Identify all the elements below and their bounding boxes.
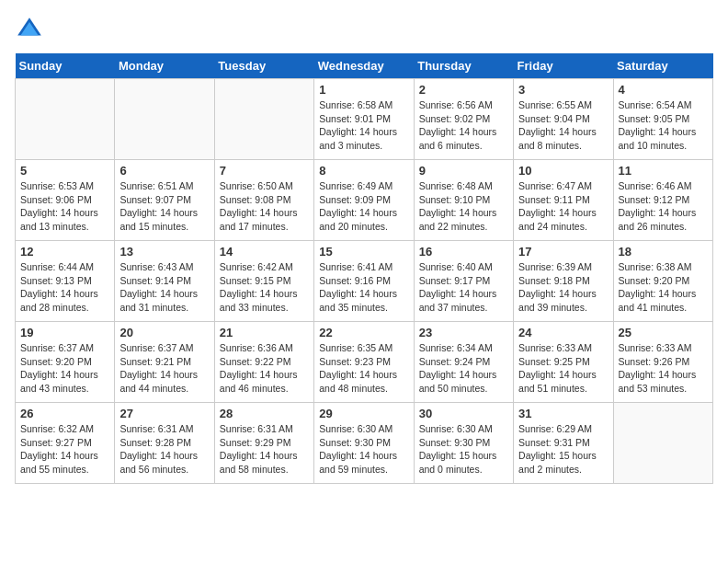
calendar-cell: 21Sunrise: 6:36 AM Sunset: 9:22 PM Dayli…	[214, 322, 313, 403]
day-header-tuesday: Tuesday	[214, 53, 313, 79]
day-number: 8	[319, 164, 408, 178]
day-number: 21	[220, 326, 309, 339]
day-info: Sunrise: 6:50 AM Sunset: 9:08 PM Dayligh…	[220, 179, 309, 234]
calendar-cell: 3Sunrise: 6:55 AM Sunset: 9:04 PM Daylig…	[514, 79, 613, 160]
day-info: Sunrise: 6:40 AM Sunset: 9:17 PM Dayligh…	[419, 260, 508, 315]
day-header-wednesday: Wednesday	[314, 53, 414, 79]
calendar-cell: 28Sunrise: 6:31 AM Sunset: 9:29 PM Dayli…	[214, 403, 313, 484]
day-info: Sunrise: 6:38 AM Sunset: 9:20 PM Dayligh…	[619, 260, 708, 315]
day-info: Sunrise: 6:37 AM Sunset: 9:20 PM Dayligh…	[20, 341, 109, 396]
calendar-cell: 18Sunrise: 6:38 AM Sunset: 9:20 PM Dayli…	[613, 241, 712, 322]
calendar-table: SundayMondayTuesdayWednesdayThursdayFrid…	[15, 53, 713, 484]
day-info: Sunrise: 6:51 AM Sunset: 9:07 PM Dayligh…	[119, 179, 209, 234]
day-number: 22	[319, 326, 408, 339]
day-info: Sunrise: 6:35 AM Sunset: 9:23 PM Dayligh…	[319, 341, 408, 396]
calendar-cell	[16, 79, 115, 160]
day-number: 31	[518, 407, 608, 420]
day-info: Sunrise: 6:58 AM Sunset: 9:01 PM Dayligh…	[319, 98, 408, 153]
calendar-cell: 2Sunrise: 6:56 AM Sunset: 9:02 PM Daylig…	[414, 79, 513, 160]
day-info: Sunrise: 6:29 AM Sunset: 9:31 PM Dayligh…	[518, 422, 608, 477]
calendar-cell: 14Sunrise: 6:42 AM Sunset: 9:15 PM Dayli…	[214, 241, 313, 322]
day-number: 12	[20, 245, 109, 259]
calendar-cell: 26Sunrise: 6:32 AM Sunset: 9:27 PM Dayli…	[16, 403, 115, 484]
day-number: 16	[419, 245, 508, 259]
calendar-cell	[613, 403, 712, 484]
week-row-5: 26Sunrise: 6:32 AM Sunset: 9:27 PM Dayli…	[16, 403, 713, 484]
day-info: Sunrise: 6:43 AM Sunset: 9:14 PM Dayligh…	[119, 260, 209, 315]
day-number: 17	[518, 245, 608, 259]
calendar-cell: 15Sunrise: 6:41 AM Sunset: 9:16 PM Dayli…	[314, 241, 414, 322]
day-number: 3	[518, 83, 608, 97]
day-number: 15	[319, 245, 408, 259]
week-row-3: 12Sunrise: 6:44 AM Sunset: 9:13 PM Dayli…	[16, 241, 713, 322]
day-info: Sunrise: 6:56 AM Sunset: 9:02 PM Dayligh…	[419, 98, 508, 153]
day-info: Sunrise: 6:54 AM Sunset: 9:05 PM Dayligh…	[619, 98, 708, 153]
day-info: Sunrise: 6:33 AM Sunset: 9:25 PM Dayligh…	[518, 341, 608, 396]
day-info: Sunrise: 6:42 AM Sunset: 9:15 PM Dayligh…	[220, 260, 309, 315]
day-number: 14	[220, 245, 309, 259]
day-number: 4	[619, 83, 708, 97]
day-info: Sunrise: 6:48 AM Sunset: 9:10 PM Dayligh…	[419, 179, 508, 234]
day-info: Sunrise: 6:53 AM Sunset: 9:06 PM Dayligh…	[20, 179, 109, 234]
day-header-saturday: Saturday	[613, 53, 712, 79]
calendar-cell: 17Sunrise: 6:39 AM Sunset: 9:18 PM Dayli…	[514, 241, 613, 322]
day-number: 9	[419, 164, 508, 178]
day-header-sunday: Sunday	[16, 53, 115, 79]
day-number: 5	[20, 164, 109, 178]
day-number: 2	[419, 83, 508, 97]
calendar-cell: 29Sunrise: 6:30 AM Sunset: 9:30 PM Dayli…	[314, 403, 414, 484]
week-row-4: 19Sunrise: 6:37 AM Sunset: 9:20 PM Dayli…	[16, 322, 713, 403]
day-number: 11	[619, 164, 708, 178]
day-number: 1	[319, 83, 408, 97]
day-info: Sunrise: 6:39 AM Sunset: 9:18 PM Dayligh…	[518, 260, 608, 315]
day-info: Sunrise: 6:31 AM Sunset: 9:28 PM Dayligh…	[119, 422, 209, 477]
calendar-cell: 31Sunrise: 6:29 AM Sunset: 9:31 PM Dayli…	[514, 403, 613, 484]
calendar-cell: 27Sunrise: 6:31 AM Sunset: 9:28 PM Dayli…	[115, 403, 214, 484]
calendar-cell: 5Sunrise: 6:53 AM Sunset: 9:06 PM Daylig…	[16, 160, 115, 241]
calendar-cell: 12Sunrise: 6:44 AM Sunset: 9:13 PM Dayli…	[16, 241, 115, 322]
day-info: Sunrise: 6:47 AM Sunset: 9:11 PM Dayligh…	[518, 179, 608, 234]
calendar-cell: 10Sunrise: 6:47 AM Sunset: 9:11 PM Dayli…	[514, 160, 613, 241]
calendar-cell: 4Sunrise: 6:54 AM Sunset: 9:05 PM Daylig…	[613, 79, 712, 160]
day-number: 28	[220, 407, 309, 420]
week-row-1: 1Sunrise: 6:58 AM Sunset: 9:01 PM Daylig…	[16, 79, 713, 160]
day-number: 7	[220, 164, 309, 178]
calendar-cell	[214, 79, 313, 160]
logo-icon	[15, 15, 44, 44]
calendar-cell: 24Sunrise: 6:33 AM Sunset: 9:25 PM Dayli…	[514, 322, 613, 403]
day-info: Sunrise: 6:31 AM Sunset: 9:29 PM Dayligh…	[220, 422, 309, 477]
calendar-cell: 25Sunrise: 6:33 AM Sunset: 9:26 PM Dayli…	[613, 322, 712, 403]
calendar-cell	[115, 79, 214, 160]
calendar-cell: 8Sunrise: 6:49 AM Sunset: 9:09 PM Daylig…	[314, 160, 414, 241]
day-info: Sunrise: 6:33 AM Sunset: 9:26 PM Dayligh…	[619, 341, 708, 396]
day-number: 13	[119, 245, 209, 259]
day-info: Sunrise: 6:32 AM Sunset: 9:27 PM Dayligh…	[20, 422, 109, 477]
day-info: Sunrise: 6:44 AM Sunset: 9:13 PM Dayligh…	[20, 260, 109, 315]
day-info: Sunrise: 6:37 AM Sunset: 9:21 PM Dayligh…	[119, 341, 209, 396]
calendar-cell: 1Sunrise: 6:58 AM Sunset: 9:01 PM Daylig…	[314, 79, 414, 160]
day-info: Sunrise: 6:30 AM Sunset: 9:30 PM Dayligh…	[419, 422, 508, 477]
day-number: 24	[518, 326, 608, 339]
calendar-cell: 19Sunrise: 6:37 AM Sunset: 9:20 PM Dayli…	[16, 322, 115, 403]
day-info: Sunrise: 6:49 AM Sunset: 9:09 PM Dayligh…	[319, 179, 408, 234]
day-number: 10	[518, 164, 608, 178]
calendar-cell: 30Sunrise: 6:30 AM Sunset: 9:30 PM Dayli…	[414, 403, 513, 484]
day-number: 20	[119, 326, 209, 339]
day-info: Sunrise: 6:46 AM Sunset: 9:12 PM Dayligh…	[619, 179, 708, 234]
calendar-cell: 6Sunrise: 6:51 AM Sunset: 9:07 PM Daylig…	[115, 160, 214, 241]
day-info: Sunrise: 6:41 AM Sunset: 9:16 PM Dayligh…	[319, 260, 408, 315]
calendar-cell: 11Sunrise: 6:46 AM Sunset: 9:12 PM Dayli…	[613, 160, 712, 241]
header-row: SundayMondayTuesdayWednesdayThursdayFrid…	[16, 53, 713, 79]
calendar-cell: 9Sunrise: 6:48 AM Sunset: 9:10 PM Daylig…	[414, 160, 513, 241]
day-number: 18	[619, 245, 708, 259]
day-number: 19	[20, 326, 109, 339]
day-number: 26	[20, 407, 109, 420]
day-number: 6	[119, 164, 209, 178]
day-number: 30	[419, 407, 508, 420]
logo	[15, 15, 48, 44]
day-info: Sunrise: 6:55 AM Sunset: 9:04 PM Dayligh…	[518, 98, 608, 153]
day-header-friday: Friday	[514, 53, 613, 79]
calendar-cell: 16Sunrise: 6:40 AM Sunset: 9:17 PM Dayli…	[414, 241, 513, 322]
page-header	[15, 15, 713, 44]
day-header-monday: Monday	[115, 53, 214, 79]
